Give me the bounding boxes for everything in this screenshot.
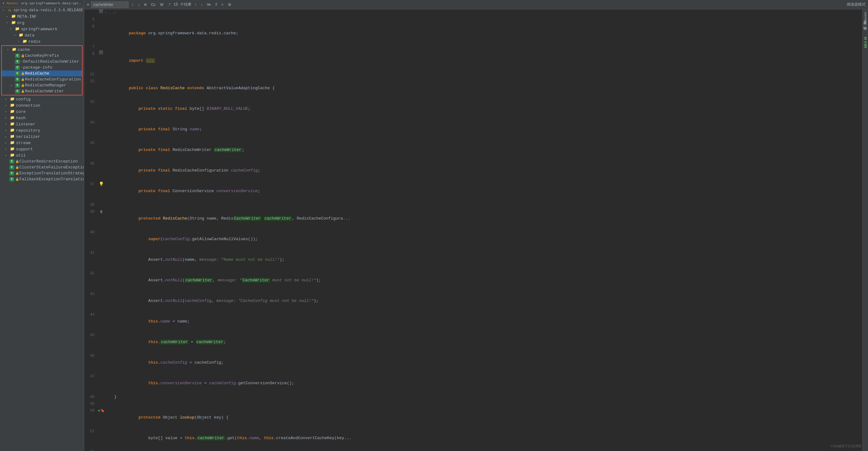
arrow-icon: [5, 135, 9, 139]
search-filter-icon[interactable]: ⚙: [227, 2, 232, 7]
tree-item-data[interactable]: 📁 data: [0, 32, 84, 38]
arrow-icon: [6, 14, 10, 19]
tree-item-redis[interactable]: 📁 redis: [0, 38, 84, 44]
tree-header-label: ▾ Maven: org.springframework.data:spring…: [2, 1, 84, 6]
org-label: org: [17, 21, 24, 25]
search-results-up[interactable]: ↑: [193, 2, 198, 7]
ClusterRedirectException-label: ClusterRedirectException: [19, 159, 78, 164]
core-label: core: [16, 110, 26, 114]
util-label: util: [16, 153, 26, 158]
class-icon: C: [15, 71, 20, 76]
tree-item-config[interactable]: 📁 config: [0, 96, 84, 102]
tree-item-org[interactable]: 📁 org: [0, 20, 84, 26]
right-sidebar: Maven 渐变 结构: [862, 9, 868, 451]
tree-item-repository[interactable]: 📁 repository: [0, 127, 84, 133]
code-line-36: 36 private final RedisCacheConfiguration…: [84, 160, 862, 181]
tree-header: ▾ Maven: org.springframework.data:spring…: [0, 0, 84, 7]
scroll-mark: [864, 45, 867, 46]
code-line-35: 35 private final RedisCacheWriter cacheW…: [84, 140, 862, 160]
tree-item-stream[interactable]: 📁 stream: [0, 140, 84, 146]
folder-icon: 📁: [9, 109, 15, 114]
bulb-icon[interactable]: 💡: [99, 181, 104, 188]
tree-item-meta-inf[interactable]: 📁 META-INF: [0, 13, 84, 20]
class-icon: C: [15, 60, 20, 64]
tree-item-FallbackExceptionTranslationStrategy[interactable]: C 🔒 FallbackExceptionTranslationStrategy: [0, 176, 84, 182]
repository-label: repository: [16, 128, 40, 133]
search-copy-button[interactable]: ⊞: [143, 2, 148, 6]
folder-icon: 📁: [9, 153, 15, 158]
code-line-32: 32 public class RedisCache extends Abstr…: [84, 78, 862, 98]
arrow-icon: [14, 33, 18, 37]
tree-item-jar[interactable]: 🗂 spring-data-redis-2.3.6.RELEASE.jar li…: [0, 7, 84, 13]
hash-label: hash: [16, 116, 26, 120]
tree-item-core[interactable]: 📁 core: [0, 109, 84, 115]
tree-item-ClusterRedirectException[interactable]: C 🔒 ClusterRedirectException: [0, 158, 84, 164]
tree-item-listener[interactable]: 📁 listener: [0, 121, 84, 127]
folder-icon: 📁: [9, 115, 15, 120]
search-results-down[interactable]: ↓: [199, 2, 204, 7]
serializer-label: serializer: [16, 134, 40, 139]
code-line-39: 39 @ protected RedisCache(String name, R…: [84, 208, 862, 229]
class-icon: C: [9, 165, 14, 170]
arrow-icon: [5, 97, 9, 101]
tree-item-RedisCacheManager[interactable]: C 🔒 RedisCacheManager: [2, 82, 82, 88]
folder-icon: 📁: [9, 134, 15, 139]
tree-item-cache[interactable]: 📁 cache: [2, 47, 82, 53]
search-next-button[interactable]: ↓: [136, 2, 141, 7]
search-input[interactable]: [91, 2, 128, 8]
tree-item-hash[interactable]: 📁 hash: [0, 115, 84, 121]
code-line-46: 46 this.cacheConfig = cacheConfig;: [84, 353, 862, 373]
code-line-50: 50 ● 🔖 protected Object lookup(Object ke…: [84, 407, 862, 428]
config-label: config: [16, 97, 31, 102]
springframework-label: springframework: [21, 27, 57, 31]
tree-item-ClusterStateFailureException[interactable]: C 🔒 ClusterStateFailureException: [0, 164, 84, 170]
code-line-8: 8 + import ...: [84, 51, 862, 71]
tree-item-RedisCache[interactable]: C 🔒 RedisCache: [2, 70, 82, 77]
search-prev-button[interactable]: ↑: [130, 2, 135, 7]
code-line-37: 37 💡 private final ConversionService con…: [84, 181, 862, 202]
arrow-icon: [5, 153, 9, 157]
tree-item-package-info[interactable]: C ○ package-info: [2, 65, 82, 70]
folder-icon: 📁: [10, 20, 16, 25]
class-icon: C: [15, 77, 20, 82]
search-btn-W[interactable]: W: [159, 2, 165, 7]
scroll-mark: [864, 37, 867, 38]
class-icon: C: [15, 65, 20, 70]
fold-button[interactable]: +: [99, 9, 103, 13]
scroll-mark: [864, 41, 867, 42]
tree-item-CacheKeyPrefix[interactable]: C 🔒 CacheKeyPrefix: [2, 53, 82, 59]
FallbackExceptionTranslationStrategy-label: FallbackExceptionTranslationStrategy: [19, 177, 84, 182]
tree-item-serializer[interactable]: 📁 serializer: [0, 133, 84, 140]
arrow-icon: [5, 122, 9, 126]
code-editor[interactable]: + /.../ 5 6 package org.springframework.…: [84, 9, 862, 451]
connection-label: connection: [16, 103, 40, 108]
gradient-sidebar-label[interactable]: 渐变: [862, 26, 868, 29]
search-filter-btn1[interactable]: Xx: [206, 2, 212, 6]
package-info-label: package-info: [23, 65, 52, 70]
tree-item-RedisCacheConfiguration[interactable]: C 🔒 RedisCacheConfiguration: [2, 77, 82, 82]
search-btn-regex[interactable]: .*: [166, 2, 172, 7]
structure-sidebar-label[interactable]: 结构: [862, 31, 868, 34]
listener-label: listener: [16, 122, 35, 127]
search-btn-Cc[interactable]: Cc: [150, 2, 157, 7]
fold-button[interactable]: +: [99, 51, 103, 54]
arrow-icon: [2, 8, 7, 12]
search-filter-btn3[interactable]: ≡: [220, 2, 225, 6]
code-line-34: 34 private final String name;: [84, 119, 862, 140]
arrow-icon: [6, 21, 10, 25]
watermark: CSDN@张于行的博客: [831, 444, 862, 449]
tree-item-connection[interactable]: 📁 connection: [0, 102, 84, 109]
search-filter-btn2[interactable]: X̄: [214, 2, 219, 6]
tree-item-springframework[interactable]: 📁 springframework: [0, 26, 84, 32]
tree-item-util[interactable]: 📁 util: [0, 152, 84, 158]
support-label: support: [16, 147, 33, 152]
cache-label: cache: [18, 48, 30, 52]
close-icon[interactable]: ✕: [87, 2, 89, 7]
tree-item-DefaultRedisCacheWriter[interactable]: C ○ DefaultRedisCacheWriter: [2, 59, 82, 65]
class-icon: C: [9, 171, 14, 176]
tree-item-support[interactable]: 📁 support: [0, 146, 84, 152]
tree-item-RedisCacheWriter[interactable]: C 🔒 RedisCacheWriter: [2, 88, 82, 94]
tree-item-ExceptionTranslationStrategy[interactable]: C 🔒 ExceptionTranslationStrategy: [0, 170, 84, 176]
RedisCacheWriter-label: RedisCacheWriter: [25, 89, 64, 94]
maven-sidebar-label[interactable]: Maven: [863, 10, 868, 23]
